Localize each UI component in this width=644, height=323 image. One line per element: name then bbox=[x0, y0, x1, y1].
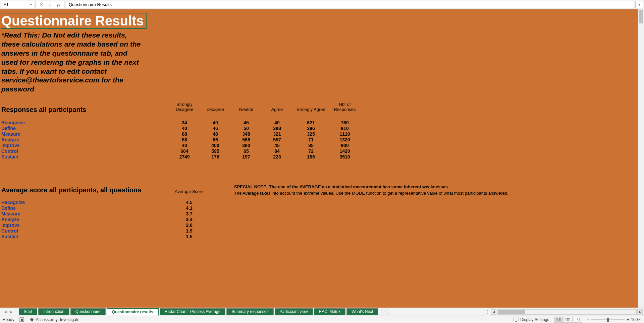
macro-record-icon[interactable] bbox=[19, 317, 24, 322]
view-page-break-button[interactable] bbox=[573, 317, 582, 323]
horizontal-scrollbar[interactable]: ◀ ▶ bbox=[490, 309, 644, 315]
zoom-control: − + 100% bbox=[587, 317, 641, 322]
cell-value: 1.5 bbox=[169, 234, 209, 239]
accept-formula-icon[interactable]: ✓ bbox=[46, 1, 54, 8]
hscroll-track[interactable] bbox=[497, 309, 637, 315]
cell-value: 1320 bbox=[329, 137, 360, 142]
col-header: Strongly Disagree bbox=[169, 102, 200, 112]
sheet-tab[interactable]: Questionnaire results bbox=[107, 308, 159, 316]
tab-split-handle[interactable]: ⋮ bbox=[485, 310, 490, 314]
cell-value: 557 bbox=[262, 137, 292, 142]
sheet-tab[interactable]: Summary responses bbox=[226, 308, 273, 315]
name-box[interactable]: A1 ▼ bbox=[1, 1, 34, 8]
cell-value: 604 bbox=[169, 148, 200, 154]
section-header-responses: Responses all participants bbox=[1, 106, 169, 114]
formula-expand-icon[interactable]: ▾ bbox=[635, 1, 643, 8]
cell-value: 2.6 bbox=[169, 222, 209, 228]
cell-value: 595 bbox=[200, 148, 231, 154]
chevron-down-icon: ▼ bbox=[30, 3, 33, 6]
tab-nav-next-icon[interactable]: ► bbox=[9, 310, 13, 314]
cell-value: 3.4 bbox=[169, 217, 209, 222]
sheet-tab[interactable]: RACI Matrix bbox=[314, 308, 346, 315]
cell-value: 197 bbox=[231, 154, 262, 159]
row-label: Analyze bbox=[1, 217, 169, 222]
zoom-level[interactable]: 100% bbox=[631, 317, 641, 322]
cell-value: 40 bbox=[262, 120, 292, 125]
tab-nav: ◄ ► bbox=[0, 310, 17, 314]
special-note: SPECIAL NOTE: The use of the AVERAGE as … bbox=[234, 184, 508, 196]
status-bar: Ready Accessibility: Investigate Display… bbox=[0, 316, 644, 323]
cell-value: 48 bbox=[200, 131, 231, 137]
table-row: Sustain27491761972231653510 bbox=[1, 154, 638, 159]
cell-value: 3510 bbox=[329, 154, 360, 159]
sheet-tab[interactable]: Questionnaire bbox=[70, 308, 106, 315]
view-buttons bbox=[554, 317, 582, 323]
table-row: Control6045956584721420 bbox=[1, 148, 638, 154]
hscroll-left-icon[interactable]: ◀ bbox=[491, 309, 496, 315]
formula-bar: A1 ▼ ✕ ✓ fx Questionnaire Results ▾ bbox=[0, 0, 644, 9]
display-settings-button[interactable]: Display Settings bbox=[514, 317, 549, 322]
cell-value: 910 bbox=[329, 126, 360, 131]
table-row: Define404650388386910 bbox=[1, 125, 638, 131]
add-sheet-button[interactable]: ＋ bbox=[381, 309, 389, 315]
view-normal-button[interactable] bbox=[554, 317, 563, 323]
sheet-tab[interactable]: Participant view bbox=[275, 308, 313, 315]
cell-value: 223 bbox=[262, 154, 292, 159]
vertical-scrollbar[interactable] bbox=[638, 9, 644, 308]
col-header: Disagree bbox=[200, 107, 231, 112]
cell-value: 568 bbox=[231, 137, 262, 142]
fx-icon[interactable]: fx bbox=[55, 1, 63, 8]
svg-rect-4 bbox=[516, 321, 517, 322]
row-label: Define bbox=[1, 126, 169, 131]
response-table: Recognize34404540621780Define40465038838… bbox=[1, 120, 638, 159]
table-row: Analyze3.4 bbox=[1, 216, 638, 222]
cell-value: 45 bbox=[262, 143, 292, 148]
cell-value: 34 bbox=[169, 120, 200, 125]
cell-value: 165 bbox=[292, 154, 329, 159]
hscroll-right-icon[interactable]: ▶ bbox=[637, 309, 643, 315]
col-header: Neutral bbox=[231, 107, 262, 112]
cell-value: 900 bbox=[329, 143, 360, 148]
accessibility-icon bbox=[29, 317, 35, 322]
cell-value: 325 bbox=[292, 131, 329, 137]
view-page-layout-button[interactable] bbox=[563, 317, 573, 323]
table-row: Recognize4.5 bbox=[1, 199, 638, 205]
table-row: Analyze5866568557711320 bbox=[1, 137, 638, 142]
sheet-tab[interactable]: Introduction bbox=[38, 308, 69, 315]
formula-input[interactable]: Questionnaire Results bbox=[66, 1, 634, 8]
zoom-slider-thumb[interactable] bbox=[607, 318, 609, 322]
worksheet-body[interactable]: Questionnaire Results *Read This: Do Not… bbox=[0, 9, 638, 308]
tabs: StartIntroductionQuestionnaireQuestionna… bbox=[19, 308, 378, 316]
cell-value: 72 bbox=[292, 148, 329, 154]
display-settings-label: Display Settings bbox=[520, 317, 549, 322]
table-row: Sustain1.5 bbox=[1, 234, 638, 239]
table-row: Measure68483483213251110 bbox=[1, 131, 638, 137]
worksheet-area: Questionnaire Results *Read This: Do Not… bbox=[0, 9, 644, 308]
cancel-formula-icon[interactable]: ✕ bbox=[37, 1, 45, 8]
table-row: Control1.9 bbox=[1, 228, 638, 234]
tab-nav-prev-icon[interactable]: ◄ bbox=[3, 310, 7, 314]
sheet-tab[interactable]: What's Next bbox=[346, 308, 378, 315]
col-header: Agree bbox=[262, 107, 292, 112]
sheet-tab[interactable]: Radar Chart - Process Average bbox=[160, 308, 226, 315]
cell-value: 40 bbox=[169, 126, 200, 131]
scrollbar-thumb[interactable] bbox=[639, 10, 643, 23]
zoom-out-button[interactable]: − bbox=[587, 317, 589, 322]
cell-value: 3.7 bbox=[169, 211, 209, 216]
cell-value: 780 bbox=[329, 120, 360, 125]
display-settings-icon bbox=[514, 318, 519, 322]
row-label: Recognize bbox=[1, 120, 169, 125]
cell-value: 66 bbox=[200, 137, 231, 142]
cell-value: 58 bbox=[169, 137, 200, 142]
sheet-tab[interactable]: Start bbox=[19, 308, 37, 315]
cell-value: 388 bbox=[262, 126, 292, 131]
accessibility-status[interactable]: Accessibility: Investigate bbox=[29, 317, 79, 322]
cell-value: 400 bbox=[200, 143, 231, 148]
svg-rect-10 bbox=[566, 318, 568, 321]
zoom-slider[interactable] bbox=[591, 319, 625, 320]
cell-value: 40 bbox=[200, 120, 231, 125]
cell-value: 1.9 bbox=[169, 228, 209, 234]
sheet-tab-strip: ◄ ► StartIntroductionQuestionnaireQuesti… bbox=[0, 308, 644, 316]
zoom-in-button[interactable]: + bbox=[627, 317, 629, 322]
hscroll-thumb[interactable] bbox=[498, 310, 525, 314]
